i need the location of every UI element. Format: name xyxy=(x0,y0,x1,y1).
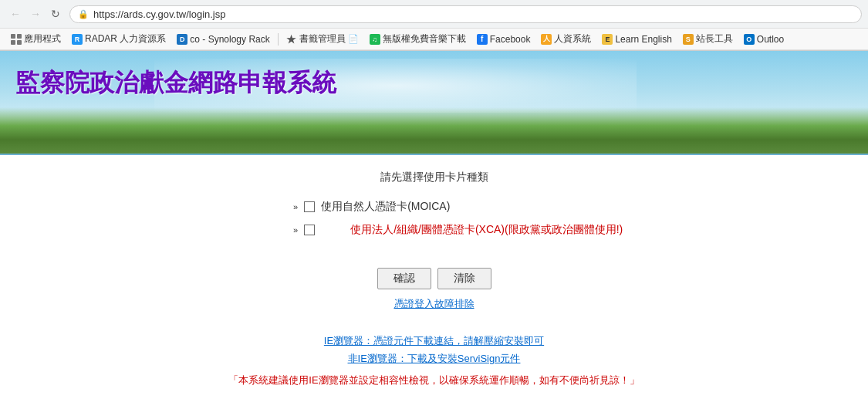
back-button[interactable]: ← xyxy=(6,5,25,23)
books-icon: ★ xyxy=(286,34,297,45)
bookmarks-bar: 應用程式 R RADAR 人力資源系 D co - Synology Rack … xyxy=(0,29,868,50)
bookmark-radar[interactable]: R RADAR 人力資源系 xyxy=(67,31,171,47)
lock-icon: 🔒 xyxy=(78,9,89,19)
bookmark-books-label: 書籤管理員 xyxy=(299,32,346,46)
warning-text: 「本系統建議使用IE瀏覽器並設定相容性檢視，以確保系統運作順暢，如有不便尚祈見諒… xyxy=(15,373,853,387)
bookmark-english-label: Learn English xyxy=(615,34,671,45)
bookmark-radar-label: RADAR 人力資源系 xyxy=(85,32,166,46)
nav-buttons: ← → ↻ xyxy=(6,5,65,23)
option-moica-row: » 使用自然人憑證卡(MOICA) xyxy=(293,200,450,214)
bookmark-hr[interactable]: 人 人資系統 xyxy=(536,31,596,47)
bookmark-station-label: 站長工具 xyxy=(696,32,733,46)
outlook-icon: O xyxy=(744,34,755,45)
option-xca-row: » 使用法人/組織/團體憑證卡(XCA)(限政黨或政治團體使用!) xyxy=(293,223,623,237)
bookmark-music-label: 無版權免費音樂下載 xyxy=(383,32,466,46)
page-content: 監察院政治獻金網路申報系統 請先選擇使用卡片種類 » 使用自然人憑證卡(MOIC… xyxy=(0,51,868,411)
bookmark-dsm-label: co - Synology Rack xyxy=(190,34,269,45)
forward-button[interactable]: → xyxy=(26,5,45,23)
browser-toolbar: ← → ↻ 🔒 https://ards.cy.gov.tw/login.jsp xyxy=(0,0,868,29)
page-title: 監察院政治獻金網路申報系統 xyxy=(15,66,336,100)
cert-trouble-link[interactable]: 憑證登入故障排除 xyxy=(0,297,868,311)
address-bar[interactable]: 🔒 https://ards.cy.gov.tw/login.jsp xyxy=(69,5,862,23)
radar-icon: R xyxy=(72,34,83,45)
station-icon: S xyxy=(683,34,694,45)
facebook-icon: f xyxy=(477,34,488,45)
hr-icon: 人 xyxy=(541,34,552,45)
buttons-row: 確認 清除 xyxy=(0,268,868,289)
bookmark-hr-label: 人資系統 xyxy=(554,32,591,46)
bookmark-music[interactable]: ♫ 無版權免費音樂下載 xyxy=(365,31,471,47)
option2-arrow: » xyxy=(293,225,298,235)
bookmark-station[interactable]: S 站長工具 xyxy=(678,31,738,47)
confirm-button[interactable]: 確認 xyxy=(377,268,431,289)
separator-1 xyxy=(278,33,279,46)
url-text: https://ards.cy.gov.tw/login.jsp xyxy=(93,8,225,20)
browser-chrome: ← → ↻ 🔒 https://ards.cy.gov.tw/login.jsp… xyxy=(0,0,868,51)
music-icon: ♫ xyxy=(370,34,380,45)
bottom-info: IE瀏覽器：憑證元件下載連結，請解壓縮安裝即可 非IE瀏覽器：下載及安裝Serv… xyxy=(0,326,868,395)
bookmark-books[interactable]: ★ 書籤管理員 📄 xyxy=(282,31,363,47)
option1-arrow: » xyxy=(293,202,298,211)
english-icon: E xyxy=(602,34,613,45)
main-content: 請先選擇使用卡片種類 » 使用自然人憑證卡(MOICA) » 使用法人/組織/團… xyxy=(0,155,868,411)
option1-label: 使用自然人憑證卡(MOICA) xyxy=(321,200,450,214)
option1-checkbox[interactable] xyxy=(304,201,315,212)
reload-button[interactable]: ↻ xyxy=(46,5,65,23)
options-container: » 使用自然人憑證卡(MOICA) » 使用法人/組織/團體憑證卡(XCA)(限… xyxy=(0,200,868,237)
bookmark-outlook[interactable]: O Outloo xyxy=(739,32,789,46)
non-ie-link[interactable]: 非IE瀏覽器：下載及安裝ServiSign元件 xyxy=(15,352,853,366)
dsm-icon: D xyxy=(177,34,187,45)
bookmark-apps[interactable]: 應用程式 xyxy=(6,31,66,47)
bookmark-apps-label: 應用程式 xyxy=(24,32,61,46)
apps-icon xyxy=(11,34,22,45)
books-page-icon: 📄 xyxy=(348,34,359,44)
bookmark-outlook-label: Outloo xyxy=(757,34,784,45)
clear-button[interactable]: 清除 xyxy=(437,268,491,289)
option2-label: 使用法人/組織/團體憑證卡(XCA)(限政黨或政治團體使用!) xyxy=(350,223,623,237)
bookmark-facebook[interactable]: f Facebook xyxy=(472,32,535,46)
option2-checkbox[interactable] xyxy=(304,225,315,235)
bookmark-dsm[interactable]: D co - Synology Rack xyxy=(172,32,274,46)
select-label: 請先選擇使用卡片種類 xyxy=(0,171,868,184)
bookmark-facebook-label: Facebook xyxy=(490,34,531,45)
ie-download-link[interactable]: IE瀏覽器：憑證元件下載連結，請解壓縮安裝即可 xyxy=(15,334,853,348)
header-banner: 監察院政治獻金網路申報系統 xyxy=(0,51,868,155)
bookmark-english[interactable]: E Learn English xyxy=(597,32,676,46)
